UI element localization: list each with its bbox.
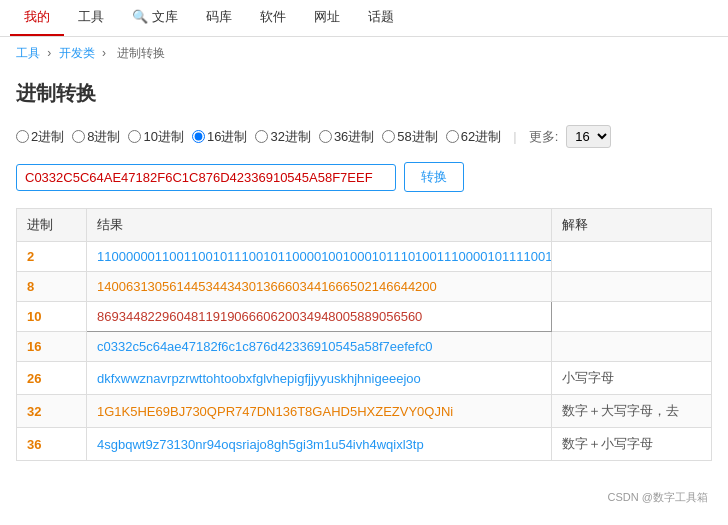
- th-result: 结果: [87, 209, 552, 242]
- nav-item-topic[interactable]: 话题: [354, 0, 408, 36]
- nav-item-code[interactable]: 码库: [192, 0, 246, 36]
- cell-explain: 数字＋大写字母，去: [552, 395, 712, 428]
- cell-base: 16: [17, 332, 87, 362]
- input-row: 转换: [0, 154, 728, 200]
- breadcrumb: 工具 › 开发类 › 进制转换: [0, 37, 728, 70]
- nav-item-library[interactable]: 🔍 文库: [118, 0, 192, 36]
- cell-base: 8: [17, 272, 87, 302]
- top-navigation: 我的 工具 🔍 文库 码库 软件 网址 话题: [0, 0, 728, 37]
- cell-explain: [552, 272, 712, 302]
- breadcrumb-current: 进制转换: [117, 46, 165, 60]
- radio-32[interactable]: [255, 130, 268, 143]
- table-row: 16c0332c5c64ae47182f6c1c876d42336910545a…: [17, 332, 712, 362]
- cell-explain: [552, 332, 712, 362]
- table-row: 26dkfxwwznavrpzrwttohtoobxfglvhepigfjjyy…: [17, 362, 712, 395]
- table-row: 1086934482296048119190666062003494800588…: [17, 302, 712, 332]
- radio-2[interactable]: [16, 130, 29, 143]
- base-radio-group: 2进制 8进制 10进制 16进制 32进制 36进制 58进制 62进制 | …: [0, 119, 728, 154]
- radio-label-8[interactable]: 8进制: [72, 128, 120, 146]
- cell-result: 1G1K5HE69BJ730QPR747DN136T8GAHD5HXZEZVY0…: [87, 395, 552, 428]
- nav-item-tools[interactable]: 工具: [64, 0, 118, 36]
- cell-result: 8693448229604811919066606200349480058890…: [87, 302, 552, 332]
- radio-label-10[interactable]: 10进制: [128, 128, 183, 146]
- cell-result: 1400631305614453443430136660344166650214…: [87, 272, 552, 302]
- radio-10[interactable]: [128, 130, 141, 143]
- hex-input[interactable]: [16, 164, 396, 191]
- convert-button[interactable]: 转换: [404, 162, 464, 192]
- nav-item-url[interactable]: 网址: [300, 0, 354, 36]
- radio-label-36[interactable]: 36进制: [319, 128, 374, 146]
- breadcrumb-sep1: ›: [47, 46, 54, 60]
- table-row: 2110000001100110010111001011000010010001…: [17, 242, 712, 272]
- cell-explain: [552, 242, 712, 272]
- cell-explain: 数字＋小写字母: [552, 428, 712, 461]
- cell-result: 4sgbqwt9z73130nr94oqsriajo8gh5gi3m1u54iv…: [87, 428, 552, 461]
- radio-16[interactable]: [192, 130, 205, 143]
- more-label: 更多:: [529, 128, 559, 146]
- radio-58[interactable]: [382, 130, 395, 143]
- breadcrumb-sep2: ›: [102, 46, 109, 60]
- cell-base: 32: [17, 395, 87, 428]
- library-icon: 🔍: [132, 9, 148, 24]
- th-base: 进制: [17, 209, 87, 242]
- breadcrumb-dev[interactable]: 开发类: [59, 46, 95, 60]
- cell-explain: [552, 302, 712, 332]
- nav-item-software[interactable]: 软件: [246, 0, 300, 36]
- base-select[interactable]: 16 10 2 8: [566, 125, 611, 148]
- page-title: 进制转换: [0, 70, 728, 119]
- radio-label-2[interactable]: 2进制: [16, 128, 64, 146]
- table-row: 321G1K5HE69BJ730QPR747DN136T8GAHD5HXZEZV…: [17, 395, 712, 428]
- radio-label-16[interactable]: 16进制: [192, 128, 247, 146]
- radio-label-58[interactable]: 58进制: [382, 128, 437, 146]
- nav-item-mine[interactable]: 我的: [10, 0, 64, 36]
- radio-62[interactable]: [446, 130, 459, 143]
- radio-36[interactable]: [319, 130, 332, 143]
- cell-explain: 小写字母: [552, 362, 712, 395]
- radio-label-32[interactable]: 32进制: [255, 128, 310, 146]
- cell-base: 36: [17, 428, 87, 461]
- breadcrumb-tools[interactable]: 工具: [16, 46, 40, 60]
- cell-result: 1100000011001100101110010110000100100010…: [87, 242, 552, 272]
- cell-result: c0332c5c64ae47182f6c1c876d42336910545a58…: [87, 332, 552, 362]
- radio-label-62[interactable]: 62进制: [446, 128, 501, 146]
- radio-8[interactable]: [72, 130, 85, 143]
- cell-base: 26: [17, 362, 87, 395]
- table-row: 8140063130561445344343013666034416665021…: [17, 272, 712, 302]
- cell-result: dkfxwwznavrpzrwttohtoobxfglvhepigfjjyyus…: [87, 362, 552, 395]
- cell-base: 2: [17, 242, 87, 272]
- th-explain: 解释: [552, 209, 712, 242]
- table-row: 364sgbqwt9z73130nr94oqsriajo8gh5gi3m1u54…: [17, 428, 712, 461]
- divider: |: [513, 129, 516, 144]
- cell-base: 10: [17, 302, 87, 332]
- table-header-row: 进制 结果 解释: [17, 209, 712, 242]
- results-table: 进制 结果 解释 2110000001100110010111001011000…: [16, 208, 712, 461]
